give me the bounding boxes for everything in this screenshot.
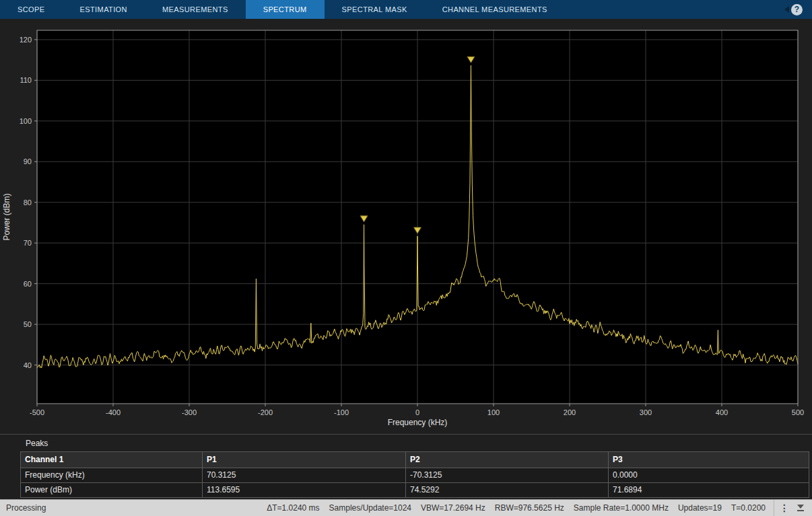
table-row-power: Power (dBm) 113.6595 74.5292 71.6894 [21, 483, 809, 498]
dock-triangle [797, 505, 804, 509]
svg-text:-200: -200 [258, 408, 273, 416]
metric-sample-rate: Sample Rate=1.0000 MHz [574, 503, 669, 513]
header-p3-cell: P3 [609, 452, 809, 468]
svg-text:110: 110 [20, 76, 32, 84]
value-cell: 0.0000 [609, 468, 809, 483]
value-cell: 70.3125 [203, 468, 406, 483]
metric-updates: Updates=19 [678, 503, 722, 513]
tab-spectral-mask[interactable]: SPECTRAL MASK [325, 0, 425, 19]
svg-text:Frequency (kHz): Frequency (kHz) [388, 418, 448, 427]
help-button[interactable]: ? [784, 0, 803, 19]
svg-text:200: 200 [564, 408, 576, 416]
svg-text:-400: -400 [106, 408, 121, 416]
svg-text:Power (dBm): Power (dBm) [2, 193, 11, 240]
peaks-table: Channel 1 P1 P2 P3 Frequency (kHz) 70.31… [20, 451, 809, 498]
header-p1-cell: P1 [203, 452, 406, 468]
metric-samples-per-update: Samples/Update=1024 [329, 503, 411, 513]
header-channel-cell: Channel 1 [21, 452, 203, 468]
svg-text:400: 400 [716, 408, 728, 416]
statusbar: Processing ΔT=1.0240 ms Samples/Update=1… [0, 499, 812, 516]
overflow-menu-icon[interactable]: ⋮ [780, 503, 789, 513]
metric-time: T=0.0200 [731, 503, 766, 513]
svg-text:-100: -100 [334, 408, 349, 416]
header-p2-cell: P2 [406, 452, 609, 468]
svg-text:100: 100 [20, 117, 32, 125]
row-label-cell: Power (dBm) [21, 483, 203, 498]
svg-text:-300: -300 [182, 408, 197, 416]
metric-vbw: VBW=17.2694 Hz [421, 503, 485, 513]
spectrum-figure: -500-400-300-200-10001002003004005004050… [0, 19, 812, 434]
svg-text:40: 40 [24, 361, 32, 369]
value-cell: 113.6595 [203, 483, 406, 498]
tab-spectrum[interactable]: SPECTRUM [246, 0, 325, 19]
toolstrip-tabbar: SCOPE ESTIMATION MEASUREMENTS SPECTRUM S… [0, 0, 812, 19]
svg-text:0: 0 [415, 408, 419, 416]
tabbar-spacer [565, 0, 784, 19]
help-arrow-icon [784, 6, 789, 13]
dock-bar [797, 510, 804, 511]
peaks-table-header-row: Channel 1 P1 P2 P3 [21, 452, 809, 468]
status-icons: ⋮ [774, 500, 809, 516]
svg-text:90: 90 [24, 157, 32, 165]
svg-text:70: 70 [24, 239, 32, 247]
tab-scope[interactable]: SCOPE [0, 0, 63, 19]
status-text: Processing [3, 503, 46, 513]
svg-text:80: 80 [24, 198, 32, 207]
peaks-panel-title: Peaks [0, 435, 812, 451]
spectrum-plot[interactable]: -500-400-300-200-10001002003004005004050… [0, 19, 812, 434]
tab-channel-measurements[interactable]: CHANNEL MEASUREMENTS [425, 0, 565, 19]
value-cell: 74.5292 [406, 483, 609, 498]
status-metrics: ΔT=1.0240 ms Samples/Update=1024 VBW=17.… [267, 503, 766, 513]
value-cell: 71.6894 [609, 483, 809, 498]
svg-text:300: 300 [640, 408, 652, 416]
tab-estimation[interactable]: ESTIMATION [63, 0, 145, 19]
question-mark-icon: ? [791, 4, 803, 15]
svg-text:500: 500 [792, 408, 804, 416]
tab-measurements[interactable]: MEASUREMENTS [145, 0, 246, 19]
svg-text:60: 60 [24, 280, 32, 288]
peaks-panel: Peaks Channel 1 P1 P2 P3 Frequency (kHz)… [0, 434, 812, 499]
dock-icon[interactable] [797, 505, 804, 511]
svg-text:100: 100 [487, 408, 500, 416]
table-row-frequency: Frequency (kHz) 70.3125 -70.3125 0.0000 [21, 468, 809, 483]
svg-text:120: 120 [20, 36, 32, 44]
value-cell: -70.3125 [406, 468, 609, 483]
metric-delta-t: ΔT=1.0240 ms [267, 503, 319, 513]
metric-rbw: RBW=976.5625 Hz [495, 503, 564, 513]
row-label-cell: Frequency (kHz) [21, 468, 203, 483]
svg-text:50: 50 [24, 320, 32, 328]
svg-text:-500: -500 [30, 408, 44, 416]
